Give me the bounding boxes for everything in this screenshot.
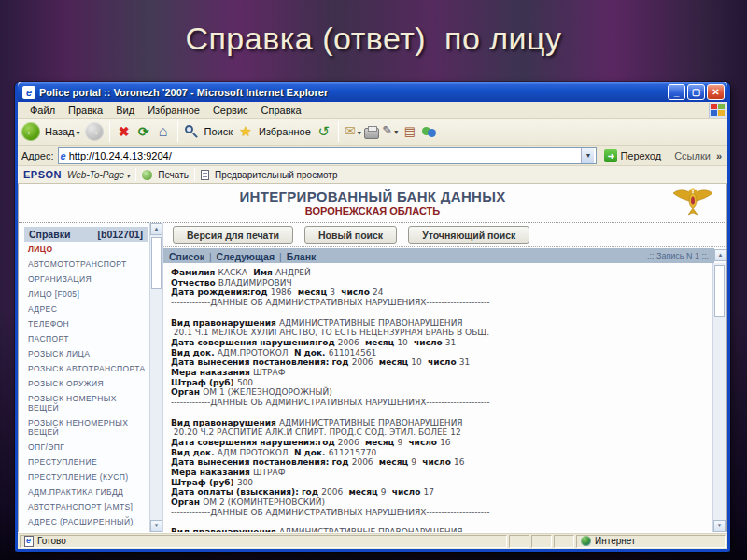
print-icon[interactable]: [364, 128, 379, 139]
search-icon[interactable]: [184, 124, 199, 139]
links-label[interactable]: Ссылки: [674, 150, 711, 161]
sidebar-item-7[interactable]: РОЗЫСК ЛИЦА: [24, 346, 149, 361]
record-line: Фамилия КАСКА Имя АНДРЕЙ: [171, 268, 709, 278]
web-to-page-button[interactable]: Web-To-Page: [67, 170, 130, 180]
favorites-button-label[interactable]: Избранное: [259, 126, 311, 137]
epson-preview-button[interactable]: Предварительный просмотр: [215, 170, 338, 180]
close-button[interactable]: ✕: [707, 84, 725, 100]
ie-app-icon: e: [22, 86, 35, 99]
sidebar-item-11[interactable]: РОЗЫСК НЕНОМЕРНЫХ ВЕЩЕЙ: [24, 415, 149, 440]
sidebar-item-9[interactable]: РОЗЫСК ОРУЖИЯ: [24, 376, 149, 391]
action-button-2[interactable]: Уточняющий поиск: [408, 226, 529, 244]
mvd-eagle-emblem: [672, 186, 713, 217]
go-label: Переход: [620, 150, 661, 161]
minimize-button[interactable]: _: [668, 84, 685, 100]
menu-item-4[interactable]: Сервис: [206, 103, 255, 118]
ie-window: e Police portal :: Voronezh '2007 - Micr…: [15, 82, 730, 552]
favorites-icon[interactable]: ★: [237, 122, 254, 141]
scroll-up-icon[interactable]: ▲: [150, 223, 162, 235]
record-line: Орган ОМ 2 (КОМИНТЕРНОВСКИЙ): [171, 497, 709, 508]
discuss-icon[interactable]: ▤: [402, 122, 418, 141]
maximize-button[interactable]: ▢: [687, 84, 705, 100]
sidebar-item-5[interactable]: ТЕЛЕФОН: [24, 316, 149, 331]
sidebar-item-12[interactable]: ОПГ/ЭПГ: [24, 440, 149, 455]
sidebar-item-2[interactable]: ОРГАНИЗАЦИЯ: [24, 272, 149, 287]
sidebar-item-15[interactable]: АДМ.ПРАКТИКА ГИБДД: [24, 484, 149, 499]
sidebar-scrollbar[interactable]: ▲ ▼: [149, 223, 163, 532]
menu-item-5[interactable]: Справка: [255, 103, 308, 118]
menu-bar: ФайлПравкаВидИзбранноеСервисСправка: [18, 102, 727, 119]
window-titlebar[interactable]: e Police portal :: Voronezh '2007 - Micr…: [18, 82, 727, 102]
sidebar-items: ЛИЦОАВТОМОТОТРАНСПОРТОРГАНИЗАЦИЯЛИЦО [F0…: [24, 242, 149, 532]
forward-icon[interactable]: →: [85, 122, 104, 141]
epson-logo: EPSON: [23, 169, 62, 180]
page-content: ИНТЕГРИРОВАННЫЙ БАНК ДАННЫХ ВОРОНЕЖСКАЯ …: [18, 184, 727, 532]
menu-item-0[interactable]: Файл: [23, 103, 62, 118]
sidebar-item-1[interactable]: АВТОМОТОТРАНСПОРТ: [24, 257, 149, 272]
record-line: Мера наказания ШТРАФ: [171, 468, 709, 478]
menu-item-2[interactable]: Вид: [109, 103, 141, 118]
record-line: Дата оплаты (взыскания): год 2006 месяц …: [171, 487, 709, 497]
sidebar-item-4[interactable]: АДРЕС: [24, 301, 149, 316]
messenger-icon[interactable]: [421, 123, 438, 140]
search-button-label[interactable]: Поиск: [204, 126, 233, 137]
record-line: Вид правонарушения АДМИНИСТРАТИВНЫЕ ПРАВ…: [171, 418, 709, 428]
history-icon[interactable]: ↺: [316, 122, 332, 141]
sidebar-item-6[interactable]: ПАСПОРТ: [24, 331, 149, 346]
stop-icon[interactable]: ✖: [116, 122, 133, 141]
record-number-label: .:: Запись N 1 ::.: [647, 251, 709, 260]
action-button-1[interactable]: Новый поиск: [304, 226, 397, 244]
sidebar-item-13[interactable]: ПРЕСТУПЛЕНИЕ: [24, 455, 149, 469]
content-scroll-down-icon[interactable]: ▼: [713, 520, 726, 532]
record-line: Дата совершения нарушения:год 2006 месяц…: [171, 338, 709, 348]
scroll-thumb[interactable]: [151, 237, 162, 289]
links-chevron-icon[interactable]: »: [716, 150, 722, 161]
sidebar-item-3[interactable]: ЛИЦО [F005]: [24, 287, 149, 301]
record-line: [171, 408, 709, 418]
content-scroll-thumb[interactable]: [714, 265, 725, 317]
sidebar-item-16[interactable]: АВТОТРАНСПОРТ [AMTS]: [24, 499, 149, 514]
go-button[interactable]: ➜ Переход: [600, 148, 665, 163]
sidebar-item-8[interactable]: РОЗЫСК АВТОТРАНСПОРТА: [24, 361, 149, 376]
sidebar-item-14[interactable]: ПРЕСТУПЛЕНИЕ (КУСП): [24, 469, 149, 484]
sidebar-header: Справки [b012701]: [24, 227, 148, 242]
menu-item-1[interactable]: Правка: [62, 103, 109, 118]
content-scrollbar[interactable]: ▼: [712, 263, 726, 532]
home-icon[interactable]: ⌂: [155, 122, 172, 141]
edit-icon[interactable]: ✎: [382, 121, 399, 142]
address-bar: Адрес: e http://10.24.4.13:9204/ ▼ ➜ Пер…: [18, 146, 727, 166]
go-arrow-icon: ➜: [604, 149, 617, 162]
status-page-icon: [24, 536, 34, 547]
epson-print-button[interactable]: Печать: [158, 170, 189, 180]
record-line: Вид правонарушения АДМИНИСТРАТИВНЫЕ ПРАВ…: [171, 318, 709, 329]
content-scroll-up-icon[interactable]: ▲: [714, 249, 726, 261]
menu-items: ФайлПравкаВидИзбранноеСервисСправка: [23, 105, 308, 116]
address-input[interactable]: e http://10.24.4.13:9204/ ▼: [58, 147, 598, 164]
address-dropdown-icon[interactable]: ▼: [581, 148, 594, 163]
mail-icon[interactable]: ✉: [345, 121, 361, 143]
address-url[interactable]: http://10.24.4.13:9204/: [69, 150, 579, 161]
sidebar-item-17[interactable]: АДРЕС (РАСШИРЕННЫЙ): [24, 514, 149, 529]
browser-toolbar: ← Назад → ✖ ⟳ ⌂ Поиск ★ Избранное ↺ ✉ ✎ …: [18, 119, 727, 146]
nav-separator: |: [279, 252, 282, 262]
sidebar-item-10[interactable]: РОЗЫСК НОМЕРНЫХ ВЕЩЕЙ: [24, 391, 149, 415]
action-button-0[interactable]: Версия для печати: [173, 226, 293, 244]
page-favicon: e: [61, 150, 66, 161]
record-nav-2[interactable]: Бланк: [287, 251, 317, 262]
status-message-pane: Готово: [20, 535, 507, 548]
window-title: Police portal :: Voronezh '2007 - Micros…: [39, 87, 666, 98]
record-line: [171, 308, 709, 318]
back-button-label[interactable]: Назад: [45, 126, 80, 137]
sidebar-item-0[interactable]: ЛИЦО: [24, 242, 149, 257]
scroll-down-icon[interactable]: ▼: [150, 520, 162, 532]
refresh-icon[interactable]: ⟳: [135, 122, 152, 141]
record-nav-0[interactable]: Список: [169, 251, 204, 262]
epson-preview-icon: [201, 170, 209, 180]
record-line: 20.1 Ч.1 МЕЛКОЕ ХУЛИГАНСТВО, ТО ЕСТЬ НЕЦ…: [171, 328, 709, 338]
status-zone-pane: Интернет: [576, 535, 726, 548]
menu-item-3[interactable]: Избранное: [141, 103, 206, 118]
record-nav-1[interactable]: Следующая: [217, 251, 275, 262]
record-line: -------------ДАННЫЕ ОБ АДМИНИСТРАТИВНЫХ …: [171, 508, 709, 518]
page-banner: ИНТЕГРИРОВАННЫЙ БАНК ДАННЫХ ВОРОНЕЖСКАЯ …: [19, 184, 726, 223]
back-icon[interactable]: ←: [21, 122, 40, 141]
